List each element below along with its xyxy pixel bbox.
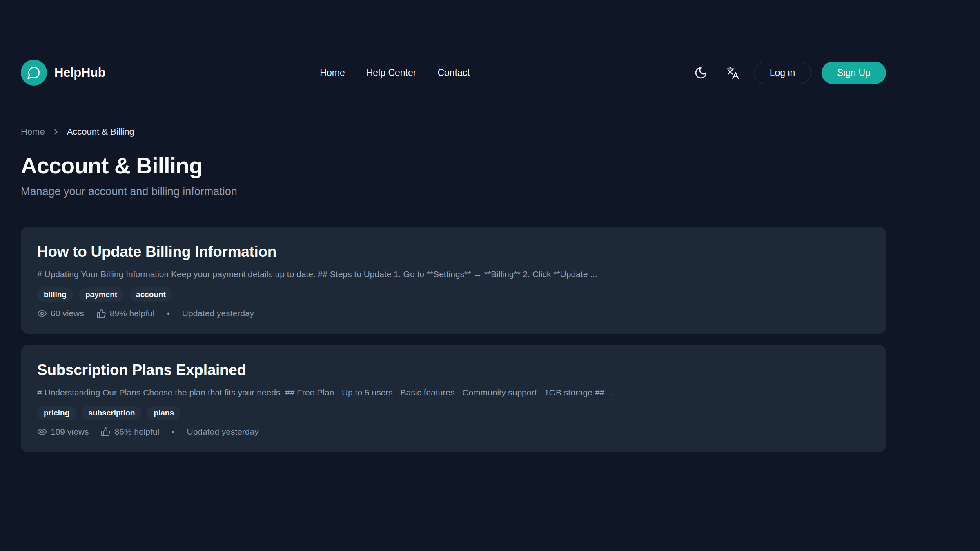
nav-item-contact[interactable]: Contact	[437, 67, 470, 78]
helpful-stat: 89% helpful	[96, 309, 155, 318]
article-title: How to Update Billing Information	[37, 242, 870, 262]
brand-name: HelpHub	[54, 65, 105, 80]
article-card-billing-information[interactable]: How to Update Billing Information # Upda…	[21, 227, 886, 334]
meta-separator: •	[167, 309, 169, 318]
breadcrumb: Home Account & Billing	[21, 127, 886, 137]
tag-pricing: pricing	[37, 406, 76, 420]
tag-account: account	[129, 287, 172, 302]
thumbs-up-icon	[101, 427, 111, 437]
nav-item-help-center[interactable]: Help Center	[366, 67, 416, 78]
message-circle-icon	[21, 60, 47, 86]
breadcrumb-current: Account & Billing	[67, 127, 134, 137]
article-title: Subscription Plans Explained	[37, 360, 870, 380]
breadcrumb-home-link[interactable]: Home	[21, 127, 45, 137]
language-button[interactable]	[722, 62, 743, 83]
eye-icon	[37, 309, 47, 318]
tag-plans: plans	[147, 406, 180, 420]
moon-icon	[694, 66, 708, 80]
helpful-percent: 86% helpful	[114, 427, 159, 437]
page-title: Account & Billing	[21, 153, 886, 179]
article-meta: 60 views 89% helpful • Updated yesterday	[37, 309, 870, 318]
site-header: HelpHub Home Help Center Contact Log in …	[0, 0, 980, 92]
article-list: How to Update Billing Information # Upda…	[21, 227, 886, 452]
eye-icon	[37, 427, 47, 437]
main-content: Home Account & Billing Account & Billing…	[21, 92, 886, 452]
header-actions: Log in Sign Up	[690, 62, 886, 84]
helpful-stat: 86% helpful	[101, 427, 159, 437]
main-nav: Home Help Center Contact	[320, 67, 470, 78]
updated-text: Updated yesterday	[187, 427, 259, 437]
views-stat: 109 views	[37, 427, 89, 437]
views-count: 109 views	[51, 427, 89, 437]
tag-row: pricing subscription plans	[37, 406, 870, 420]
updated-text: Updated yesterday	[182, 309, 254, 318]
article-excerpt: # Updating Your Billing Information Keep…	[37, 268, 870, 281]
views-stat: 60 views	[37, 309, 84, 318]
article-meta: 109 views 86% helpful • Updated yesterda…	[37, 427, 870, 437]
article-card-subscription-plans[interactable]: Subscription Plans Explained # Understan…	[21, 345, 886, 452]
brand-logo[interactable]: HelpHub	[21, 60, 105, 86]
views-count: 60 views	[51, 309, 84, 318]
nav-item-home[interactable]: Home	[320, 67, 345, 78]
tag-subscription: subscription	[82, 406, 141, 420]
signup-button[interactable]: Sign Up	[822, 62, 886, 84]
thumbs-up-icon	[96, 309, 106, 318]
meta-separator: •	[172, 427, 174, 437]
theme-toggle-button[interactable]	[690, 62, 711, 83]
tag-payment: payment	[79, 287, 124, 302]
article-excerpt: # Understanding Our Plans Choose the pla…	[37, 386, 870, 399]
tag-billing: billing	[37, 287, 73, 302]
languages-icon	[726, 66, 739, 80]
page-subtitle: Manage your account and billing informat…	[21, 185, 886, 198]
chevron-right-icon	[51, 127, 60, 136]
helpful-percent: 89% helpful	[110, 309, 155, 318]
tag-row: billing payment account	[37, 287, 870, 302]
login-button[interactable]: Log in	[754, 62, 811, 84]
